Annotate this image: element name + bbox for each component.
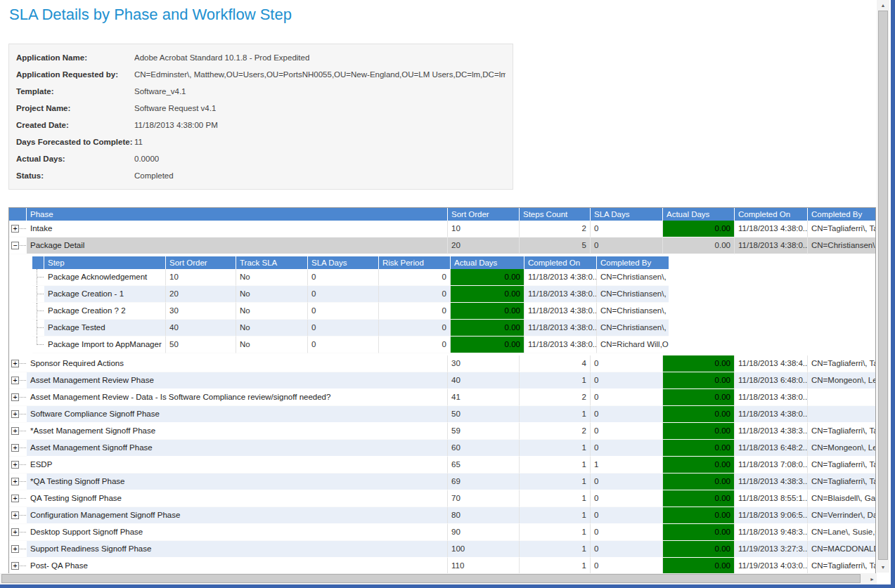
step-column-header-sort-order: Sort Order bbox=[166, 256, 236, 269]
vertical-scrollbar[interactable]: ▲ ▼ bbox=[877, 0, 889, 573]
info-field-value: CN=Edminster\, Matthew,OU=Users,OU=Ports… bbox=[134, 70, 506, 79]
completed-on-cell: 11/18/2013 4:38:0... bbox=[735, 406, 808, 423]
phase-row[interactable]: +Desktop Support Signoff Phase90100.0011… bbox=[9, 524, 875, 541]
horizontal-scrollbar[interactable]: ► bbox=[0, 573, 877, 584]
table-header-row: PhaseSort OrderSteps CountSLA DaysActual… bbox=[9, 208, 875, 221]
phase-row[interactable]: +Asset Management Review Phase40100.0011… bbox=[9, 372, 875, 389]
phase-name-cell: Sponsor Required Actions bbox=[27, 355, 448, 372]
phase-row[interactable]: +Configuration Management Signoff Phase8… bbox=[9, 507, 875, 524]
scroll-down-icon[interactable]: ▼ bbox=[877, 562, 889, 573]
completed-on-cell: 11/18/2013 4:38:3... bbox=[735, 423, 808, 440]
sort-order-cell: 69 bbox=[448, 473, 520, 490]
tree-cell bbox=[32, 303, 44, 320]
step-sort-order-cell: 50 bbox=[166, 337, 236, 353]
expand-icon[interactable]: + bbox=[11, 478, 19, 485]
scroll-right-icon[interactable]: ► bbox=[870, 573, 875, 584]
phase-row[interactable]: +Sponsor Required Actions30400.0011/18/2… bbox=[9, 355, 875, 372]
phase-row[interactable]: +*QA Testing Signoff Phase69100.0011/18/… bbox=[9, 473, 875, 490]
expand-icon[interactable]: + bbox=[11, 528, 19, 536]
actual-days-cell: 0.00 bbox=[663, 389, 735, 406]
info-field-label: Days Forecasted to Complete: bbox=[16, 138, 134, 146]
expand-icon[interactable]: + bbox=[11, 461, 19, 469]
scroll-up-icon[interactable]: ▲ bbox=[877, 0, 889, 11]
step-name-cell: Package Import to AppManager bbox=[44, 337, 166, 353]
expand-icon[interactable]: + bbox=[11, 360, 19, 367]
expander-cell: + bbox=[9, 507, 27, 524]
phase-row[interactable]: −Package Detail20500.0011/18/2013 4:38:0… bbox=[9, 237, 875, 254]
step-actual-days-cell: 0.00 bbox=[451, 286, 524, 303]
phase-row[interactable]: +Support Readiness Signoff Phase100100.0… bbox=[9, 541, 875, 558]
phase-row[interactable]: +Post- QA Phase110100.0011/19/2013 4:03:… bbox=[9, 558, 875, 575]
info-field-value: Software Request v4.1 bbox=[134, 104, 216, 112]
expand-icon[interactable]: + bbox=[11, 225, 19, 233]
expand-icon[interactable]: + bbox=[11, 393, 19, 401]
steps-count-cell: 2 bbox=[520, 423, 591, 440]
expander-cell: + bbox=[9, 221, 27, 237]
phase-row[interactable]: +*Asset Management Signoff Phase59200.00… bbox=[9, 423, 875, 440]
expand-icon[interactable]: + bbox=[11, 545, 19, 553]
actual-days-cell: 0.00 bbox=[663, 237, 735, 254]
completed-by-cell: CN=MACDONALD... bbox=[808, 541, 875, 558]
completed-by-cell: CN=Tagliaferri\, Ta... bbox=[808, 423, 875, 440]
expander-cell: + bbox=[9, 355, 27, 372]
expand-icon[interactable]: + bbox=[11, 562, 19, 570]
phase-name-cell: Intake bbox=[27, 221, 448, 237]
expand-icon[interactable]: + bbox=[11, 410, 19, 418]
step-column-header-completed-by: Completed By bbox=[597, 256, 669, 269]
collapse-icon[interactable]: − bbox=[11, 242, 19, 249]
phase-row[interactable]: +QA Testing Signoff Phase70100.0011/18/2… bbox=[9, 490, 875, 507]
step-row[interactable]: Package Import to AppManager50No000.0011… bbox=[32, 337, 669, 353]
step-row[interactable]: Package Acknowledgement10No000.0011/18/2… bbox=[32, 269, 669, 286]
vertical-scrollbar-thumb[interactable] bbox=[878, 11, 888, 560]
horizontal-scrollbar-thumb[interactable] bbox=[1, 574, 861, 583]
sla-days-cell: 0 bbox=[591, 524, 663, 541]
info-field-value: Software_v4.1 bbox=[134, 87, 186, 96]
phase-row[interactable]: +Software Compliance Signoff Phase50100.… bbox=[9, 406, 875, 423]
phase-name-cell: Desktop Support Signoff Phase bbox=[27, 524, 448, 541]
step-risk-period-cell: 0 bbox=[379, 337, 451, 353]
info-field-label: Actual Days: bbox=[16, 155, 134, 163]
step-row[interactable]: Package Creation ? 230No000.0011/18/2013… bbox=[32, 303, 669, 320]
column-header-steps-count: Steps Count bbox=[520, 208, 591, 221]
info-row: Actual Days:0.0000 bbox=[9, 150, 513, 167]
step-track-sla-cell: No bbox=[236, 303, 308, 320]
step-row[interactable]: Package Creation - 120No000.0011/18/2013… bbox=[32, 286, 669, 303]
expander-cell: + bbox=[9, 558, 27, 575]
sort-order-cell: 110 bbox=[448, 558, 520, 575]
expand-icon[interactable]: + bbox=[11, 495, 19, 502]
expander-cell: + bbox=[9, 440, 27, 457]
info-row: Created Date:11/18/2013 4:38:00 PM bbox=[9, 117, 513, 133]
completed-by-cell: CN=Verrinder\, Da... bbox=[808, 507, 875, 524]
actual-days-cell: 0.00 bbox=[663, 541, 735, 558]
step-row[interactable]: Package Tested40No000.0011/18/2013 4:38:… bbox=[32, 320, 669, 337]
tree-dots bbox=[20, 566, 26, 566]
sla-days-cell: 0 bbox=[591, 490, 663, 507]
step-column-header-completed-on: Completed On bbox=[524, 256, 597, 269]
info-row: Status:Completed bbox=[9, 167, 513, 184]
expand-icon[interactable]: + bbox=[11, 444, 19, 452]
phase-row[interactable]: +Asset Management Review - Data - Is Sof… bbox=[9, 389, 875, 406]
info-field-label: Status: bbox=[16, 171, 134, 180]
expand-icon[interactable]: + bbox=[11, 427, 19, 435]
steps-count-cell: 1 bbox=[520, 406, 591, 423]
step-sort-order-cell: 30 bbox=[166, 303, 236, 320]
step-column-header-risk-period: Risk Period bbox=[379, 256, 451, 269]
step-completed-by-cell: CN=Christiansen\, ... bbox=[597, 320, 669, 337]
completed-on-cell: 11/18/2013 6:48:2... bbox=[735, 440, 808, 457]
phase-row[interactable]: +Asset Management Signoff Phase60100.001… bbox=[9, 440, 875, 457]
column-header-completed-by: Completed By bbox=[808, 208, 875, 221]
actual-days-cell: 0.00 bbox=[663, 440, 735, 457]
phase-row[interactable]: +Intake10200.0011/18/2013 4:38:0...CN=Ta… bbox=[9, 221, 875, 237]
info-row: Application Name:Adobe Acrobat Standard … bbox=[9, 49, 513, 66]
phase-name-cell: Package Detail bbox=[27, 237, 448, 254]
step-sla-days-cell: 0 bbox=[308, 320, 379, 337]
expand-icon[interactable]: + bbox=[11, 377, 19, 384]
expander-cell: + bbox=[9, 423, 27, 440]
expand-icon[interactable]: + bbox=[11, 511, 19, 519]
actual-days-cell: 0.00 bbox=[663, 355, 735, 372]
step-risk-period-cell: 0 bbox=[379, 286, 451, 303]
step-completed-on-cell: 11/18/2013 4:38:0... bbox=[524, 286, 597, 303]
phase-row[interactable]: +ESDP65110.0011/18/2013 7:08:0...CN=Tagl… bbox=[9, 457, 875, 473]
steps-subtable: StepSort OrderTrack SLASLA DaysRisk Peri… bbox=[32, 256, 875, 353]
tree-dots bbox=[20, 532, 26, 533]
